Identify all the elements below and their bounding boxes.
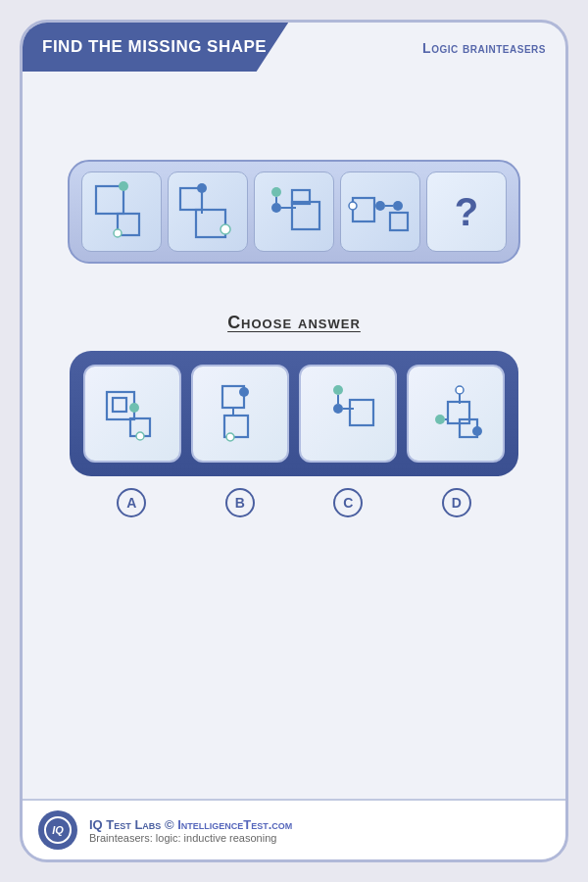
header: Find the missing shape Logic brainteaser… [23, 23, 565, 72]
puzzle-cell-4 [340, 172, 420, 252]
question-mark: ? [455, 190, 478, 234]
svg-point-1 [119, 181, 128, 191]
svg-point-10 [271, 187, 281, 197]
puzzle-shape-4 [347, 178, 414, 245]
svg-rect-0 [96, 186, 123, 214]
answer-label-a: A [82, 488, 180, 517]
puzzle-shape-1 [88, 178, 155, 245]
answer-label-b: B [191, 488, 289, 517]
svg-rect-22 [390, 213, 408, 230]
svg-point-27 [136, 432, 144, 440]
footer-text: IQ Test Labs © IntelligenceTest.com Brai… [89, 817, 292, 844]
page-title: Find the missing shape [42, 36, 267, 58]
answer-option-d[interactable] [407, 365, 505, 463]
answer-shape-b [201, 374, 279, 453]
footer-logo: IQ [38, 810, 77, 850]
svg-point-35 [333, 404, 343, 414]
svg-point-41 [435, 415, 445, 424]
svg-point-33 [333, 385, 343, 395]
svg-rect-8 [196, 210, 225, 237]
footer-logo-text: IQ [44, 816, 72, 844]
choose-answer-label: Choose answer [227, 313, 361, 333]
svg-point-32 [226, 433, 234, 441]
svg-point-9 [220, 224, 230, 234]
svg-rect-14 [292, 202, 319, 229]
puzzle-shape-2 [174, 178, 241, 245]
answer-shape-a [93, 374, 172, 453]
answer-option-b[interactable] [191, 365, 289, 463]
puzzle-row: ? [68, 160, 520, 264]
svg-point-17 [349, 202, 357, 210]
svg-point-6 [197, 183, 207, 193]
footer-brand: IQ Test Labs © IntelligenceTest.com [89, 817, 292, 832]
svg-point-11 [271, 203, 281, 213]
puzzle-cell-question: ? [426, 172, 507, 252]
footer-sub: Brainteasers: logic: inductive reasoning [89, 832, 292, 844]
svg-point-29 [239, 387, 249, 397]
answer-option-a[interactable] [83, 365, 181, 463]
answer-shape-d [416, 374, 495, 453]
footer-brand-name: IQ Test Labs [89, 817, 165, 832]
svg-rect-24 [113, 398, 126, 412]
header-title-box: Find the missing shape [23, 23, 288, 72]
footer-copyright: © [165, 817, 177, 832]
header-subtitle: Logic brainteasers [422, 23, 565, 56]
puzzle-cell-2 [168, 172, 248, 252]
svg-point-20 [393, 201, 403, 211]
puzzle-cell-1 [81, 172, 162, 252]
svg-point-38 [456, 386, 464, 394]
main-card: Find the missing shape Logic brainteaser… [20, 20, 568, 862]
answer-label-c: C [299, 488, 397, 517]
svg-rect-37 [350, 400, 373, 425]
answer-shape-c [309, 374, 387, 453]
answers-container [70, 351, 518, 476]
svg-point-18 [375, 201, 385, 211]
answer-option-c[interactable] [299, 365, 397, 463]
puzzle-cell-3 [254, 172, 334, 252]
footer-site: IntelligenceTest.com [177, 817, 292, 832]
svg-point-44 [472, 426, 482, 436]
svg-rect-16 [353, 198, 374, 221]
svg-point-4 [114, 229, 122, 237]
footer: IQ IQ Test Labs © IntelligenceTest.com B… [23, 799, 565, 859]
svg-point-25 [129, 403, 139, 413]
answer-labels: A B C D [69, 488, 519, 517]
answer-label-d: D [408, 488, 506, 517]
puzzle-shape-3 [261, 178, 327, 245]
